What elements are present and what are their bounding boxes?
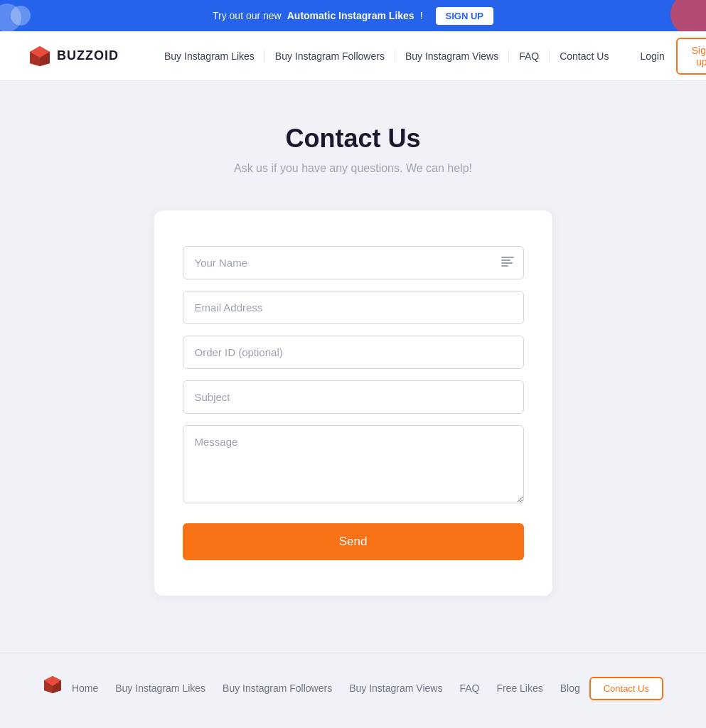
svg-rect-6: [501, 262, 513, 264]
logo-text: BUZZOID: [57, 48, 119, 63]
subject-field-wrapper: [183, 380, 524, 414]
footer-link-home[interactable]: Home: [72, 682, 98, 694]
banner-signup-button[interactable]: SIGN UP: [436, 7, 493, 25]
banner-bold: Automatic Instagram Likes: [287, 10, 414, 21]
footer: Home Buy Instagram Likes Buy Instagram F…: [0, 653, 706, 728]
subject-input[interactable]: [183, 380, 524, 414]
logo-icon: [28, 45, 51, 68]
top-banner: Try out our new Automatic Instagram Like…: [0, 0, 706, 31]
svg-rect-5: [501, 259, 510, 261]
nav-links: Buy Instagram Likes Buy Instagram Follow…: [154, 50, 619, 62]
send-button[interactable]: Send: [183, 523, 524, 560]
footer-link-buy-likes[interactable]: Buy Instagram Likes: [115, 682, 205, 694]
email-input[interactable]: [183, 291, 524, 324]
login-button[interactable]: Login: [640, 50, 664, 62]
name-input[interactable]: [183, 246, 524, 279]
svg-rect-7: [501, 265, 508, 267]
nav-buy-instagram-likes[interactable]: Buy Instagram Likes: [154, 50, 265, 62]
banner-deco-left: [0, 0, 43, 31]
footer-link-faq[interactable]: FAQ: [459, 682, 479, 694]
nav-buy-instagram-views[interactable]: Buy Instagram Views: [395, 50, 509, 62]
main-content: Contact Us Ask us if you have any questi…: [0, 81, 706, 653]
order-id-input[interactable]: [183, 336, 524, 369]
footer-link-blog[interactable]: Blog: [560, 682, 580, 694]
order-field-wrapper: [183, 336, 524, 369]
footer-link-buy-followers[interactable]: Buy Instagram Followers: [223, 682, 332, 694]
message-field-wrapper: [183, 425, 524, 506]
footer-logo-icon: [43, 675, 63, 695]
footer-nav: Home Buy Instagram Likes Buy Instagram F…: [63, 682, 589, 694]
footer-link-free-likes[interactable]: Free Likes: [496, 682, 542, 694]
logo[interactable]: BUZZOID: [28, 45, 119, 68]
page-title: Contact Us: [285, 124, 420, 154]
page-subtitle: Ask us if you have any questions. We can…: [234, 162, 472, 175]
footer-main: Home Buy Instagram Likes Buy Instagram F…: [0, 653, 706, 723]
navbar: BUZZOID Buy Instagram Likes Buy Instagra…: [0, 31, 706, 81]
name-icon: [501, 257, 514, 269]
contact-form-card: Send: [154, 210, 552, 596]
footer-contact-button[interactable]: Contact Us: [589, 677, 663, 700]
banner-suffix: !: [420, 10, 423, 21]
footer-link-buy-views[interactable]: Buy Instagram Views: [349, 682, 442, 694]
banner-deco-right: [649, 0, 706, 31]
svg-rect-4: [501, 257, 514, 258]
message-textarea[interactable]: [183, 425, 524, 503]
nav-contact-us[interactable]: Contact Us: [550, 50, 619, 62]
footer-bottom: 🇺🇸 EN  Pay AMEX VISA DC: [0, 723, 706, 728]
banner-text: Try out our new Automatic Instagram Like…: [213, 7, 493, 25]
name-field-wrapper: [183, 246, 524, 279]
nav-actions: Login Sign up: [640, 38, 706, 75]
nav-faq[interactable]: FAQ: [509, 50, 550, 62]
footer-left: [43, 675, 63, 702]
nav-buy-instagram-followers[interactable]: Buy Instagram Followers: [265, 50, 395, 62]
signup-button[interactable]: Sign up: [676, 38, 706, 75]
banner-prefix: Try out our new: [213, 10, 282, 21]
email-field-wrapper: [183, 291, 524, 324]
